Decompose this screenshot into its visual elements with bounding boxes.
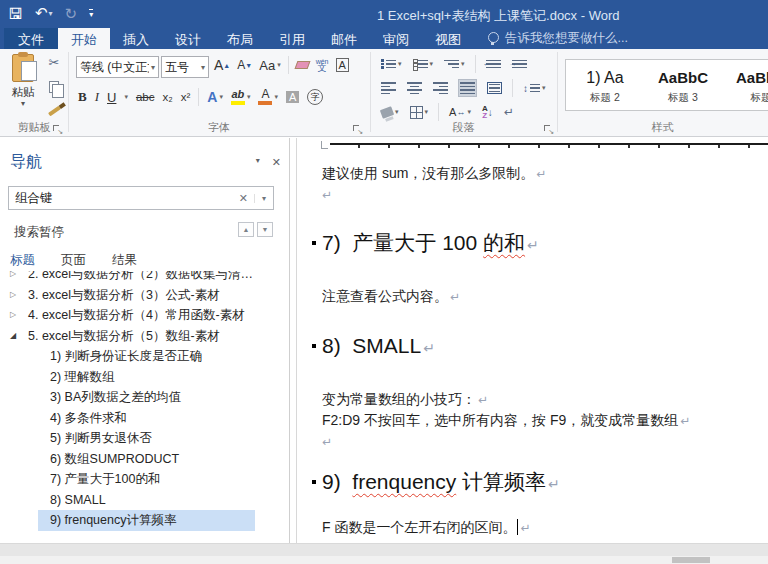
style-item-标题[interactable]: AaBbC标题 bbox=[722, 60, 768, 110]
document-paragraph[interactable]: 变为常量数组的小技巧：↵ bbox=[322, 389, 760, 410]
previous-result-button[interactable]: ▲ bbox=[238, 222, 254, 237]
collapse-arrow-icon[interactable]: ▷ bbox=[10, 285, 16, 306]
text-effects-button[interactable]: A▾ bbox=[207, 89, 223, 105]
cut-button[interactable]: ✂ bbox=[45, 54, 63, 71]
line-spacing-button[interactable]: ↕▾ bbox=[522, 79, 547, 97]
grow-font-button[interactable]: A▲ bbox=[214, 57, 230, 73]
nav-tab-页面[interactable]: 页面 bbox=[61, 252, 86, 269]
document-heading[interactable]: 7) 产量大于 100 的和↵ bbox=[322, 226, 760, 262]
nav-heading-item[interactable]: 3) BA列数据之差的均值 bbox=[0, 387, 288, 408]
collapse-arrow-icon[interactable]: ▷ bbox=[10, 271, 16, 285]
save-icon[interactable]: 🖫 bbox=[8, 4, 23, 24]
decrease-indent-button[interactable] bbox=[485, 55, 502, 73]
next-result-button[interactable]: ▼ bbox=[257, 222, 273, 237]
format-painter-button[interactable] bbox=[45, 102, 63, 119]
numbering-button[interactable]: ▾ bbox=[412, 55, 435, 73]
tab-引用[interactable]: 引用 bbox=[266, 28, 318, 49]
tab-审阅[interactable]: 审阅 bbox=[370, 28, 422, 49]
paragraph-dialog-launcher[interactable] bbox=[543, 124, 553, 134]
align-right-button[interactable] bbox=[432, 79, 449, 97]
distributed-button[interactable] bbox=[486, 79, 503, 97]
font-size-combo[interactable]: 五号▾ bbox=[161, 56, 209, 78]
search-input[interactable] bbox=[9, 191, 233, 205]
tab-布局[interactable]: 布局 bbox=[214, 28, 266, 49]
asian-layout-button[interactable]: A↔▾ bbox=[448, 103, 472, 121]
nav-heading-item[interactable]: ▷3. excel与数据分析（3）公式-素材 bbox=[0, 285, 288, 306]
nav-heading-item[interactable]: 2) 理解数组 bbox=[0, 367, 288, 388]
nav-tab-标题[interactable]: 标题 bbox=[10, 252, 35, 269]
change-case-button[interactable]: Aa▾ bbox=[259, 58, 280, 73]
multilevel-list-button[interactable]: ▾ bbox=[443, 55, 466, 73]
bold-button[interactable]: B bbox=[78, 89, 87, 105]
document-paragraph[interactable]: F 函数是一个左开右闭的区间。↵ bbox=[322, 517, 760, 538]
document-area[interactable]: 建议使用 sum，没有那么多限制。↵7) 产量大于 100 的和↵注意查看公式内… bbox=[291, 138, 768, 543]
tab-设计[interactable]: 设计 bbox=[162, 28, 214, 49]
chevron-down-icon[interactable]: ▾ bbox=[201, 63, 205, 72]
document-content[interactable]: 建议使用 sum，没有那么多限制。↵7) 产量大于 100 的和↵注意查看公式内… bbox=[322, 155, 760, 538]
nav-heading-item[interactable]: ▷2. excel与数据分析（2）数据收集与清… bbox=[0, 271, 288, 285]
collapse-arrow-icon[interactable]: ▷ bbox=[10, 305, 16, 326]
clear-formatting-button[interactable] bbox=[296, 61, 309, 69]
shrink-font-button[interactable]: A▼ bbox=[237, 58, 252, 72]
expand-arrow-icon[interactable]: ◢ bbox=[10, 326, 16, 347]
tell-me-box[interactable]: 告诉我您想要做什么... bbox=[474, 28, 628, 49]
nav-heading-item[interactable]: ▷4. excel与数据分析（4）常用函数-素材 bbox=[0, 305, 288, 326]
borders-button[interactable]: ▾ bbox=[409, 103, 430, 121]
font-dialog-launcher[interactable] bbox=[352, 124, 362, 134]
nav-heading-item[interactable]: 4) 多条件求和 bbox=[0, 408, 288, 429]
tab-视图[interactable]: 视图 bbox=[422, 28, 474, 49]
nav-heading-item[interactable]: 7) 产量大于100的和 bbox=[0, 469, 288, 490]
document-paragraph[interactable]: 建议使用 sum，没有那么多限制。↵ bbox=[322, 163, 760, 184]
bullets-button[interactable]: ▾ bbox=[380, 55, 403, 73]
tab-邮件[interactable]: 邮件 bbox=[318, 28, 370, 49]
undo-icon[interactable]: ↶▾ bbox=[35, 3, 53, 24]
character-shading-button[interactable]: A bbox=[286, 91, 299, 103]
highlight-color-button[interactable]: ab▾ bbox=[231, 89, 251, 105]
align-left-button[interactable] bbox=[380, 79, 397, 97]
italic-button[interactable]: I bbox=[95, 89, 99, 105]
nav-pane-options-icon[interactable]: ▾ bbox=[256, 156, 260, 169]
nav-pane-close-icon[interactable]: ✕ bbox=[272, 156, 281, 169]
document-paragraph[interactable]: 注意查看公式内容。↵ bbox=[322, 286, 760, 307]
nav-heading-item[interactable]: 5) 判断男女退休否 bbox=[0, 428, 288, 449]
subscript-button[interactable]: x₂ bbox=[162, 91, 172, 103]
increase-indent-button[interactable] bbox=[511, 55, 528, 73]
redo-icon[interactable]: ↻ bbox=[65, 4, 78, 24]
character-border-button[interactable]: A bbox=[336, 58, 349, 72]
underline-button[interactable]: U bbox=[107, 90, 116, 105]
style-item-标题 3[interactable]: AaBbC标题 3 bbox=[644, 60, 722, 110]
justify-button[interactable] bbox=[458, 79, 477, 97]
clear-search-icon[interactable]: ✕ bbox=[233, 192, 254, 205]
tab-file[interactable]: 文件 bbox=[4, 28, 58, 49]
style-item-标题 2[interactable]: 1) Aa标题 2 bbox=[566, 60, 644, 110]
scrollbar-thumb[interactable] bbox=[672, 557, 710, 563]
nav-heading-item[interactable]: 1) 判断身份证长度是否正确 bbox=[0, 346, 288, 367]
document-heading[interactable]: 8) SMALL↵ bbox=[322, 329, 760, 365]
qat-customize-icon[interactable]: ▾ bbox=[89, 9, 93, 19]
align-center-button[interactable] bbox=[406, 79, 423, 97]
nav-heading-item[interactable]: 6) 数组SUMPRODUCT bbox=[0, 449, 288, 470]
enclose-characters-button[interactable]: 字 bbox=[307, 89, 323, 105]
copy-button[interactable] bbox=[45, 78, 63, 95]
paste-dropdown-arrow[interactable]: ▾ bbox=[5, 100, 41, 108]
shading-button[interactable]: ▾ bbox=[380, 103, 400, 121]
document-heading[interactable]: 9) frenquency 计算频率↵ bbox=[322, 465, 760, 501]
phonetic-guide-button[interactable]: wén文 bbox=[316, 59, 329, 71]
document-paragraph[interactable]: F2:D9 不按回车，选中所有内容，按 F9，就变成常量数组↵ bbox=[322, 410, 760, 431]
nav-heading-item[interactable]: 8) SMALL bbox=[0, 490, 288, 511]
sort-button[interactable]: AZ↓ bbox=[481, 103, 494, 121]
font-name-combo[interactable]: 等线 (中文正文▾ bbox=[76, 56, 159, 78]
nav-tab-结果[interactable]: 结果 bbox=[112, 252, 137, 269]
horizontal-scrollbar[interactable] bbox=[0, 556, 768, 564]
superscript-button[interactable]: x² bbox=[181, 91, 191, 103]
nav-heading-item[interactable]: 9) frenquency计算频率 bbox=[38, 510, 255, 531]
clipboard-dialog-launcher[interactable] bbox=[52, 124, 62, 134]
show-hide-marks-button[interactable]: ↵ bbox=[503, 103, 515, 121]
chevron-down-icon[interactable]: ▾ bbox=[151, 63, 155, 72]
tab-插入[interactable]: 插入 bbox=[110, 28, 162, 49]
tab-开始[interactable]: 开始 bbox=[58, 28, 110, 49]
search-options-icon[interactable]: ▾ bbox=[254, 194, 273, 203]
strikethrough-button[interactable]: abc bbox=[136, 91, 155, 103]
font-color-button[interactable]: A▾ bbox=[258, 89, 278, 105]
nav-search-box[interactable]: ✕ ▾ bbox=[8, 186, 274, 210]
